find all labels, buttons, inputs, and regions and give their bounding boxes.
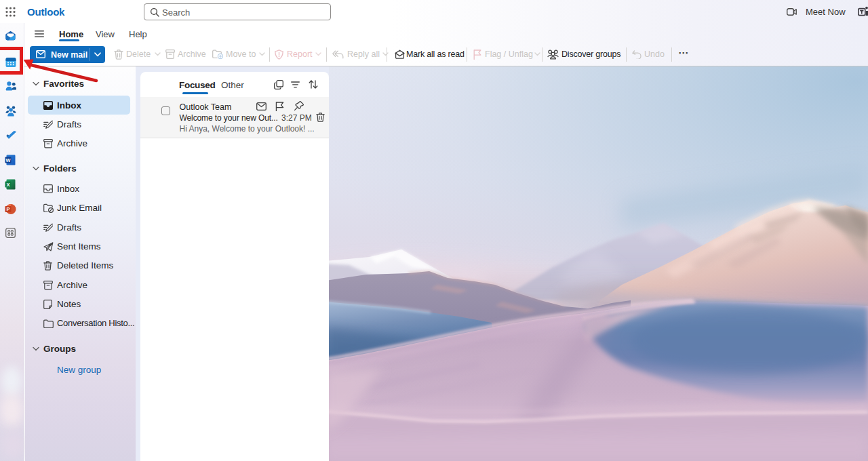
svg-text:X: X <box>6 182 9 188</box>
svg-text:P: P <box>6 206 9 212</box>
svg-text:W: W <box>6 157 11 163</box>
